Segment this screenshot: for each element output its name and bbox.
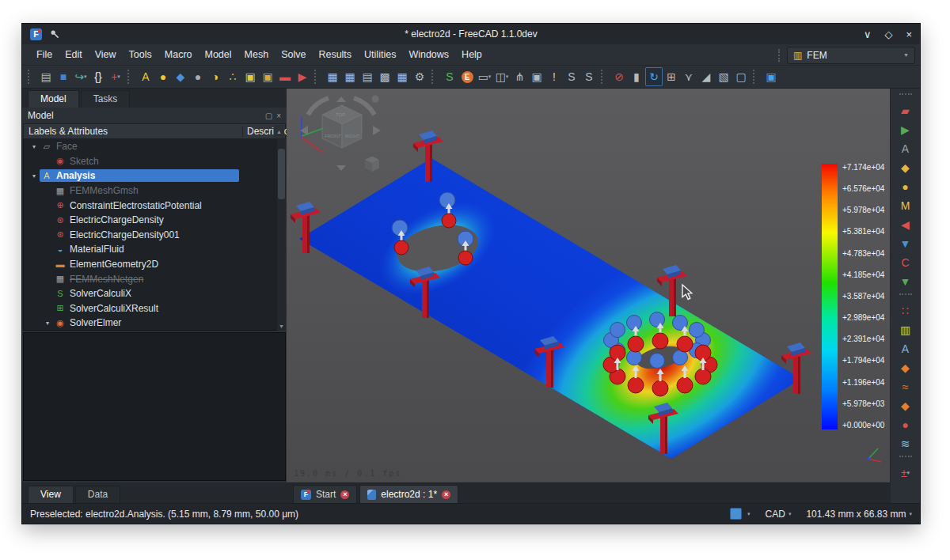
tree-item-elementgeometry2d[interactable]: ▬ElementGeometry2D bbox=[24, 257, 285, 272]
constraint-spring-icon[interactable]: M bbox=[895, 196, 916, 215]
float-panel-icon[interactable]: ▢ bbox=[265, 112, 272, 120]
tree-item-electricchargedensity[interactable]: ⊛ElectricChargeDensity bbox=[24, 213, 285, 228]
scrollbar-thumb[interactable] bbox=[278, 149, 285, 199]
toolbar-grip[interactable] bbox=[28, 70, 34, 84]
section-cut-icon[interactable]: ◑ bbox=[207, 67, 224, 86]
tree-scrollbar[interactable]: ▼ bbox=[277, 139, 286, 331]
scroll-down-icon[interactable]: ▼ bbox=[277, 322, 286, 331]
menu-view[interactable]: View bbox=[89, 47, 123, 62]
constraint-bodyheat-icon[interactable]: ● bbox=[895, 415, 916, 434]
menu-solve[interactable]: Solve bbox=[275, 47, 312, 62]
panel-title-row[interactable]: Model ▢ × bbox=[22, 108, 287, 123]
toolbar-grip[interactable] bbox=[753, 70, 759, 84]
solver-settings-icon[interactable]: S bbox=[563, 67, 580, 86]
tab-model[interactable]: Model bbox=[28, 90, 79, 108]
constraint-pulley-icon[interactable]: ◀ bbox=[895, 215, 916, 234]
scroll-up-icon[interactable]: ▲ bbox=[274, 125, 284, 138]
result-grid-icon[interactable]: ⊞ bbox=[663, 67, 680, 86]
menu-file[interactable]: File bbox=[30, 47, 59, 62]
tab-data[interactable]: Data bbox=[75, 486, 120, 503]
3d-scene[interactable]: TOP FRONT RIGHT bbox=[287, 89, 890, 482]
tree-item-solvercalculixresult[interactable]: ⊞SolverCalculiXResult bbox=[24, 301, 285, 316]
solver-run-icon[interactable]: ! bbox=[545, 67, 563, 86]
new-analysis-icon[interactable]: ▤ bbox=[37, 67, 55, 86]
constraint-flux-icon[interactable]: ◆ bbox=[895, 358, 916, 377]
filter-icon[interactable]: ▧ bbox=[715, 67, 732, 86]
constraint-beam-icon[interactable]: ▰ bbox=[895, 101, 916, 120]
close-button[interactable]: × bbox=[906, 28, 912, 40]
tree-item-femmeshnetgen[interactable]: ▦FEMMeshNetgen bbox=[24, 271, 285, 286]
expander-icon[interactable]: ▾ bbox=[42, 320, 53, 327]
tab-tasks[interactable]: Tasks bbox=[81, 90, 131, 108]
mini-cube-icon[interactable] bbox=[365, 157, 379, 172]
material-solid-icon[interactable]: ● bbox=[189, 67, 207, 86]
toolbar-grip[interactable] bbox=[899, 93, 912, 99]
menu-mesh[interactable]: Mesh bbox=[238, 47, 276, 62]
tree-header[interactable]: Labels & Attributes Description ▲ bbox=[23, 123, 286, 139]
dimensions-selector[interactable]: 101.43 mm x 66.83 mm ▾ bbox=[806, 509, 912, 520]
placement-icon[interactable]: +▾ bbox=[107, 67, 124, 86]
load-arrow-icon[interactable]: ▶ bbox=[294, 67, 311, 86]
tree-item-electricchargedensity001[interactable]: ⊛ElectricChargeDensity001 bbox=[24, 228, 285, 243]
constraint-bearing-icon[interactable]: ◆ bbox=[895, 158, 916, 177]
tree-item-constraintelectrostaticpotential[interactable]: ⊕ConstraintElectrostaticPotential bbox=[24, 198, 285, 213]
toolbar-grip[interactable] bbox=[314, 70, 321, 84]
solver-start-icon[interactable]: S bbox=[580, 67, 598, 86]
measure-cube-icon[interactable]: ▣ bbox=[762, 67, 780, 86]
minimize-button[interactable]: ∨ bbox=[864, 28, 872, 40]
column-divider[interactable] bbox=[242, 126, 243, 137]
export-icon[interactable]: ↪▾ bbox=[72, 67, 89, 86]
constraint-wave-icon[interactable]: ≋ bbox=[895, 434, 916, 453]
toolbar-grip[interactable] bbox=[778, 49, 783, 62]
close-icon[interactable]: × bbox=[340, 490, 349, 499]
constraint-box-icon[interactable]: ▣ bbox=[241, 67, 259, 86]
constraint-selfweight-icon[interactable]: A bbox=[895, 139, 916, 158]
mdi-tab-start[interactable]: FStart× bbox=[293, 485, 357, 503]
nav-style-selector[interactable]: CAD ▾ bbox=[766, 509, 792, 520]
mesh-boundary-icon[interactable]: ▦ bbox=[393, 67, 411, 86]
constraint-gear-icon[interactable]: ● bbox=[895, 177, 916, 196]
purge-results-icon[interactable]: ⊘ bbox=[610, 67, 628, 86]
solver-mystran-icon[interactable]: ◫▾ bbox=[493, 67, 511, 86]
constraint-clamp-icon[interactable]: C bbox=[895, 253, 916, 272]
mesh-gear-icon[interactable]: ⚙ bbox=[411, 67, 428, 86]
toolbar-grip[interactable] bbox=[127, 70, 134, 84]
description-pane[interactable] bbox=[23, 332, 286, 481]
macro-icon[interactable]: {} bbox=[89, 67, 107, 86]
menu-utilities[interactable]: Utilities bbox=[358, 47, 402, 62]
title-bar[interactable]: F * electro2d - FreeCAD 1.1.0dev ∨◇× bbox=[22, 24, 920, 44]
menu-results[interactable]: Results bbox=[312, 47, 358, 62]
expander-icon[interactable]: ▾ bbox=[28, 143, 40, 150]
solver-elmer-icon[interactable]: E bbox=[458, 67, 476, 86]
material-fluid-icon[interactable]: ◆ bbox=[172, 67, 189, 86]
constraint-dice-icon[interactable]: ∷ bbox=[895, 301, 916, 320]
viewport-3d[interactable]: TOP FRONT RIGHT bbox=[287, 89, 890, 482]
tab-view[interactable]: View bbox=[28, 486, 74, 503]
constraint-force-icon[interactable]: ▶ bbox=[895, 120, 916, 139]
menu-help[interactable]: Help bbox=[455, 47, 488, 62]
sphere-icon[interactable]: ● bbox=[154, 67, 172, 86]
pin-icon[interactable] bbox=[50, 29, 59, 39]
beads-icon[interactable]: ∴ bbox=[224, 67, 241, 86]
annotation-a-icon[interactable]: A bbox=[895, 339, 916, 358]
menu-windows[interactable]: Windows bbox=[402, 47, 455, 62]
equations-icon[interactable]: ⋔ bbox=[511, 67, 528, 86]
pipeline-icon[interactable]: ⋎ bbox=[680, 67, 697, 86]
toolbar-grip[interactable] bbox=[601, 70, 607, 84]
navigation-cube[interactable]: TOP FRONT RIGHT bbox=[300, 96, 381, 172]
tree-item-solvercalculix[interactable]: SSolverCalculiX bbox=[24, 286, 285, 301]
toolbar-grip[interactable] bbox=[431, 70, 438, 84]
close-icon[interactable]: × bbox=[442, 490, 450, 499]
constraint-load-icon[interactable]: ▣ bbox=[259, 67, 276, 86]
menu-edit[interactable]: Edit bbox=[59, 47, 89, 62]
constraint-sprinkle-icon[interactable]: ▼ bbox=[895, 234, 916, 253]
tree-item-sketch[interactable]: ◉Sketch bbox=[24, 154, 285, 169]
constraint-temperature-icon[interactable]: ◆ bbox=[895, 396, 916, 415]
open-folder-icon[interactable]: ■ bbox=[55, 67, 72, 86]
menu-model[interactable]: Model bbox=[199, 47, 238, 62]
right-charge-ring[interactable] bbox=[603, 312, 717, 397]
tree-item-materialfluid[interactable]: ◒MaterialFluid bbox=[24, 242, 285, 257]
result-plate[interactable] bbox=[287, 89, 890, 482]
solver-control-icon[interactable]: ▣ bbox=[528, 67, 545, 86]
mdi-tab-electro2d-1[interactable]: electro2d : 1*× bbox=[359, 485, 458, 503]
